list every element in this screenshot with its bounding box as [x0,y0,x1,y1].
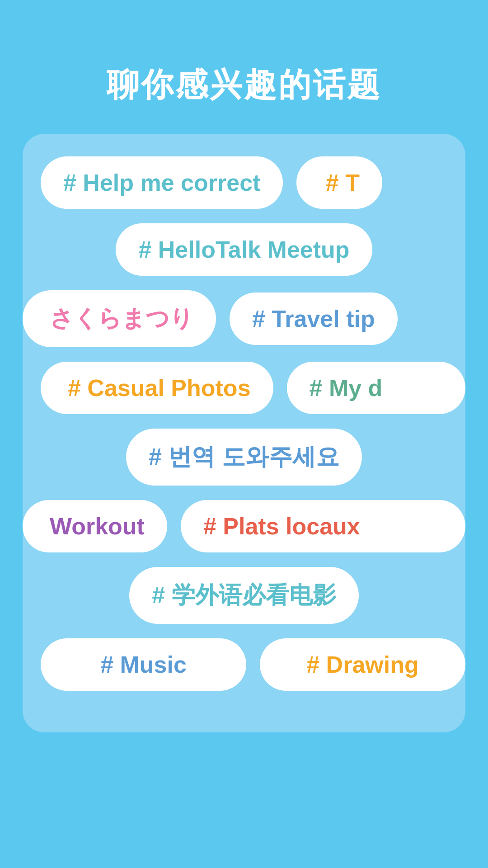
tags-row-8: # Music # Drawing [41,638,465,691]
tag-music[interactable]: # Music [41,638,246,691]
tags-row-1: # Help me correct # T [41,156,465,209]
tag-plats-locaux[interactable]: # Plats locaux [181,500,465,552]
tag-casual-photos[interactable]: # Casual Photos [41,362,273,414]
tag-sakura[interactable]: さくらまつり [23,290,216,347]
tag-movies-for-language[interactable]: # 学外语必看电影 [129,567,358,624]
tags-row-6: Workout # Plats locaux [23,500,465,552]
tag-translation-help[interactable]: # 번역 도와주세요 [126,429,362,486]
tag-partial-1[interactable]: # T [296,156,382,209]
page-title: 聊你感兴趣的话题 [0,0,488,134]
topics-card: # Help me correct # T # HelloTalk Meetup… [23,134,465,732]
tags-row-3: さくらまつり # Travel tip [23,290,465,347]
tag-drawing[interactable]: # Drawing [260,638,465,691]
tags-row-4: # Casual Photos # My d [41,362,465,414]
tag-travel-tip[interactable]: # Travel tip [230,292,398,345]
tag-hellotalk-meetup[interactable]: # HelloTalk Meetup [116,223,372,276]
tag-help-me-correct[interactable]: # Help me correct [41,156,283,209]
tag-workout[interactable]: Workout [23,500,167,552]
tag-my-d[interactable]: # My d [287,362,465,414]
